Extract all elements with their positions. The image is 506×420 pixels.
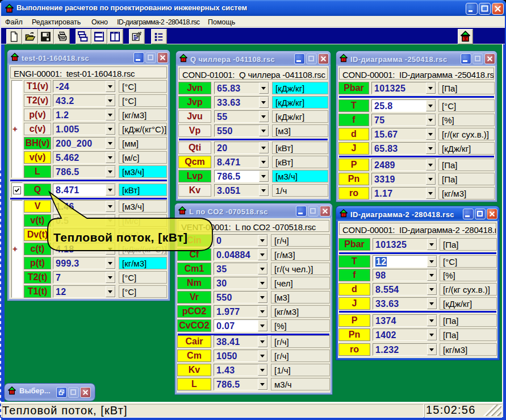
svg-text:Тепловой поток, [кВт]: Тепловой поток, [кВт] <box>53 231 187 244</box>
